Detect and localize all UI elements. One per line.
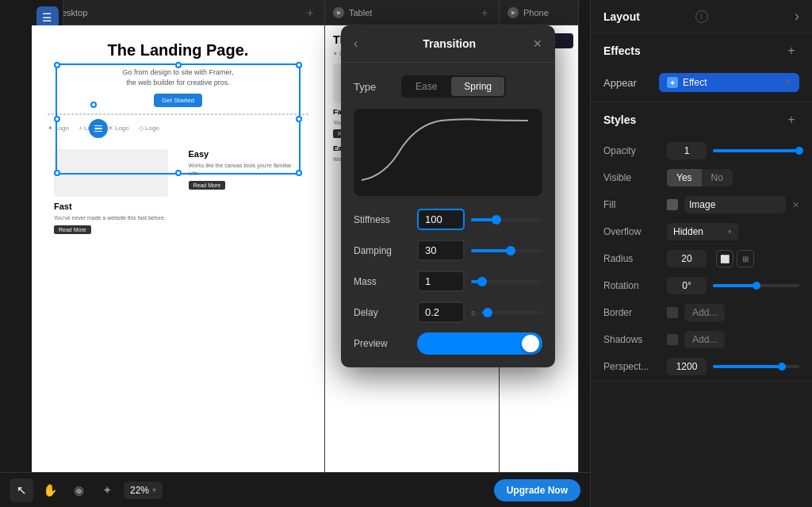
modal-back-button[interactable]: ‹ bbox=[354, 36, 358, 51]
radius-value[interactable]: 20 bbox=[667, 250, 707, 267]
overflow-row: Overflow Hidden ▾ bbox=[591, 218, 812, 245]
stiffness-slider[interactable] bbox=[471, 218, 542, 221]
radius-label: Radius bbox=[603, 253, 661, 264]
upgrade-button[interactable]: Upgrade Now bbox=[494, 479, 580, 501]
tablet-play-icon[interactable]: ▶ bbox=[333, 7, 344, 18]
fast-title: Fast bbox=[54, 202, 168, 211]
modal-body: Type Ease Spring Stiffness bbox=[341, 63, 555, 367]
handle-br[interactable] bbox=[296, 170, 302, 176]
handle-b[interactable] bbox=[175, 170, 182, 176]
rotation-value[interactable]: 0° bbox=[667, 277, 707, 294]
selection-box[interactable] bbox=[56, 63, 301, 175]
effect-name: Effect bbox=[683, 77, 707, 88]
opacity-label: Opacity bbox=[603, 145, 661, 156]
effects-add-btn[interactable]: + bbox=[783, 43, 799, 59]
fill-value[interactable]: Image bbox=[684, 196, 786, 213]
handle-r[interactable] bbox=[296, 116, 302, 122]
desktop-add-btn[interactable]: + bbox=[304, 6, 316, 19]
appear-effect: Appear ✦ Effect ✕ bbox=[591, 68, 812, 102]
radius-row: Radius 20 ⬜ ⊞ bbox=[591, 245, 812, 272]
type-ease[interactable]: Ease bbox=[403, 77, 450, 96]
handle-tr[interactable] bbox=[296, 62, 302, 68]
fill-remove-btn[interactable]: ✕ bbox=[792, 200, 799, 210]
mass-slider[interactable] bbox=[471, 280, 542, 283]
modal-close-button[interactable]: ✕ bbox=[533, 37, 542, 50]
delay-input[interactable] bbox=[417, 302, 465, 323]
light-tool[interactable]: ✦ bbox=[95, 478, 119, 502]
delay-row: Delay s bbox=[354, 302, 542, 323]
type-toggle: Ease Spring bbox=[401, 75, 506, 98]
damping-input[interactable] bbox=[417, 240, 465, 261]
handle-t[interactable] bbox=[175, 62, 182, 68]
radius-individual-icon[interactable]: ⊞ bbox=[737, 250, 754, 267]
desktop-page-title: The Landing Page. bbox=[48, 41, 308, 60]
handle-bl[interactable] bbox=[54, 170, 60, 176]
phone-play-icon[interactable]: ▶ bbox=[508, 7, 519, 18]
visible-no-btn[interactable]: No bbox=[702, 169, 733, 186]
opacity-row: Opacity 1 bbox=[591, 137, 812, 164]
damping-label: Damping bbox=[354, 245, 411, 256]
type-spring[interactable]: Spring bbox=[451, 77, 504, 96]
shadows-swatch[interactable] bbox=[667, 334, 678, 345]
overflow-value: Hidden bbox=[673, 226, 703, 237]
effect-badge[interactable]: ✦ Effect ✕ bbox=[659, 73, 799, 92]
perspective-row: Perspect... 1200 bbox=[591, 353, 812, 380]
fill-swatch[interactable] bbox=[667, 199, 678, 210]
hand-tool[interactable]: ✋ bbox=[38, 478, 62, 502]
phone-tab[interactable]: ▶ Phone bbox=[500, 0, 578, 25]
overflow-chevron-icon: ▾ bbox=[728, 228, 732, 236]
effects-section: Effects + Appear ✦ Effect ✕ bbox=[591, 33, 812, 102]
styles-title: Styles bbox=[603, 113, 636, 126]
handle-l[interactable] bbox=[54, 116, 60, 122]
damping-slider[interactable] bbox=[471, 249, 542, 252]
zoom-control[interactable]: 22% ▾ bbox=[124, 482, 163, 499]
transition-modal: ‹ Transition ✕ Type Ease Spring Stiff bbox=[341, 25, 555, 367]
perspective-value[interactable]: 1200 bbox=[667, 358, 707, 375]
preview-track[interactable] bbox=[417, 332, 542, 355]
stiffness-input[interactable] bbox=[417, 209, 465, 230]
tablet-tab[interactable]: ▶ Tablet + bbox=[325, 0, 499, 25]
opacity-value[interactable]: 1 bbox=[667, 142, 707, 159]
visible-yes-btn[interactable]: Yes bbox=[667, 169, 702, 186]
overflow-select[interactable]: Hidden ▾ bbox=[667, 223, 738, 240]
border-add-btn[interactable]: Add... bbox=[684, 304, 725, 321]
effect-remove-btn[interactable]: ✕ bbox=[783, 77, 791, 88]
type-label: Type bbox=[354, 81, 401, 93]
tablet-add-btn[interactable]: + bbox=[478, 6, 491, 19]
perspective-label: Perspect... bbox=[603, 361, 661, 372]
delay-slider[interactable] bbox=[482, 311, 543, 314]
effects-title: Effects bbox=[603, 44, 641, 57]
opacity-slider[interactable] bbox=[713, 149, 799, 152]
modal-header: ‹ Transition ✕ bbox=[341, 25, 555, 63]
type-row: Type Ease Spring bbox=[354, 75, 542, 98]
layout-add-btn[interactable]: › bbox=[795, 8, 799, 25]
delay-unit: s bbox=[471, 308, 476, 317]
fill-row: Fill Image ✕ bbox=[591, 191, 812, 218]
handle-tl[interactable] bbox=[54, 62, 60, 68]
styles-add-btn[interactable]: + bbox=[783, 112, 799, 128]
damping-row: Damping bbox=[354, 240, 542, 261]
preview-thumb bbox=[522, 335, 539, 352]
rotate-handle[interactable] bbox=[90, 102, 97, 108]
zoom-chevron-icon: ▾ bbox=[152, 486, 156, 494]
mass-row: Mass bbox=[354, 271, 542, 292]
stiffness-label: Stiffness bbox=[354, 214, 411, 225]
border-swatch[interactable] bbox=[667, 307, 678, 318]
fast-read-more[interactable]: Read More bbox=[54, 225, 91, 234]
mass-input[interactable] bbox=[417, 271, 465, 292]
delay-label: Delay bbox=[354, 307, 411, 318]
desktop-frame: ▶ Desktop + The Landing Page. bbox=[32, 0, 325, 472]
rotation-row: Rotation 0° bbox=[591, 272, 812, 299]
rotation-slider[interactable] bbox=[713, 284, 799, 287]
perspective-slider[interactable] bbox=[713, 365, 799, 368]
easy-read-more[interactable]: Read More bbox=[189, 181, 226, 190]
tablet-tab-label: Tablet bbox=[349, 8, 372, 17]
radius-all-icon[interactable]: ⬜ bbox=[716, 250, 733, 267]
overflow-label: Overflow bbox=[603, 226, 661, 237]
shadows-add-btn[interactable]: Add... bbox=[684, 331, 725, 348]
comment-tool[interactable]: ◉ bbox=[67, 478, 90, 502]
layout-info-icon[interactable]: i bbox=[695, 10, 708, 23]
visible-row: Visible Yes No bbox=[591, 164, 812, 191]
cursor-tool[interactable]: ↖ bbox=[10, 478, 33, 502]
desktop-tab[interactable]: ▶ Desktop + bbox=[32, 0, 324, 25]
